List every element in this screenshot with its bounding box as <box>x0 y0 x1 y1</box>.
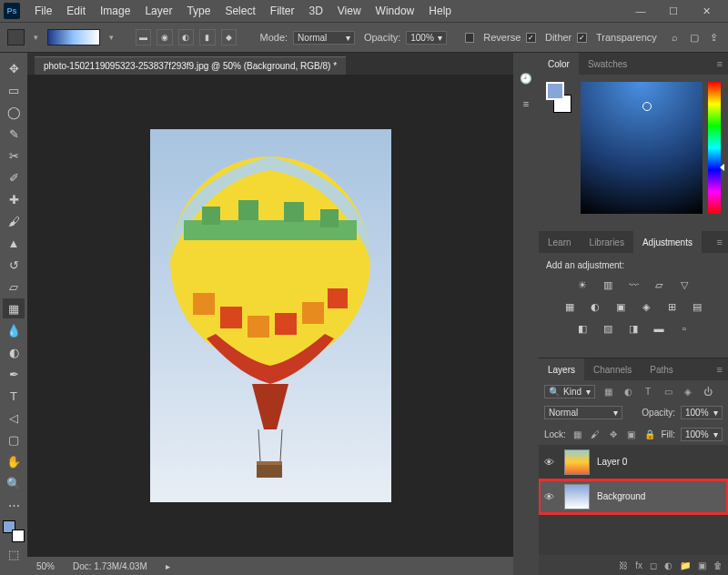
tab-learn[interactable]: Learn <box>539 231 581 253</box>
edit-toolbar[interactable]: ⋯ <box>3 495 25 515</box>
fill-dropdown[interactable]: 100%▾ <box>681 428 723 441</box>
layer-thumbnail[interactable] <box>564 449 590 475</box>
layer-item[interactable]: 👁 Layer 0 <box>539 445 728 479</box>
tab-layers[interactable]: Layers <box>539 358 584 380</box>
blur-tool[interactable]: 💧 <box>3 320 25 340</box>
gradient-diamond[interactable]: ◆ <box>221 29 237 45</box>
tool-preset-dropdown[interactable]: ▾ <box>30 33 42 42</box>
gradient-angle[interactable]: ◐ <box>178 29 194 45</box>
tab-swatches[interactable]: Swatches <box>579 53 636 75</box>
adj-vibrance-icon[interactable]: ▽ <box>676 277 693 292</box>
adj-photo-filter-icon[interactable]: ▣ <box>612 299 629 314</box>
marquee-tool[interactable]: ▭ <box>3 80 25 100</box>
filter-smart-icon[interactable]: ◈ <box>681 384 695 398</box>
minimize-button[interactable]: — <box>630 4 652 18</box>
menu-file[interactable]: File <box>27 5 59 17</box>
color-swatches[interactable] <box>3 520 25 542</box>
adj-more-icon[interactable]: ▤ <box>689 299 705 314</box>
lock-pixels-icon[interactable]: 🖌 <box>590 427 602 441</box>
menu-layer[interactable]: Layer <box>137 5 179 17</box>
menu-type[interactable]: Type <box>179 5 217 17</box>
gradient-radial[interactable]: ◉ <box>157 29 172 45</box>
gradient-preview[interactable] <box>47 29 100 45</box>
adj-invert-icon[interactable]: ◧ <box>574 321 591 336</box>
rectangle-tool[interactable]: ▢ <box>3 429 25 449</box>
menu-filter[interactable]: Filter <box>263 5 302 17</box>
delete-layer-icon[interactable]: 🗑 <box>713 560 723 570</box>
crop-tool[interactable]: ✂ <box>3 146 25 166</box>
menu-image[interactable]: Image <box>93 5 137 17</box>
color-panel-menu[interactable]: ≡ <box>712 58 728 69</box>
doc-size[interactable]: Doc: 1.73M/4.03M <box>73 561 147 571</box>
layer-name[interactable]: Layer 0 <box>597 457 627 467</box>
new-layer-icon[interactable]: ▣ <box>698 560 706 570</box>
filter-shape-icon[interactable]: ▭ <box>661 384 675 398</box>
transparency-checkbox[interactable] <box>577 33 587 43</box>
workspace-icon[interactable]: ▢ <box>687 30 701 45</box>
opacity-dropdown[interactable]: 100%▾ <box>406 31 447 45</box>
viewport[interactable] <box>27 75 513 557</box>
new-group-icon[interactable]: 📁 <box>680 560 691 570</box>
filter-adjustment-icon[interactable]: ◐ <box>621 384 635 398</box>
adj-color-lookup-icon[interactable]: ⊞ <box>663 299 680 314</box>
adj-posterize-icon[interactable]: ▨ <box>600 321 616 336</box>
adj-curves-icon[interactable]: 〰 <box>625 277 642 292</box>
adj-selective-icon[interactable]: ▫ <box>676 321 693 336</box>
tab-channels[interactable]: Channels <box>584 358 641 380</box>
tab-color[interactable]: Color <box>539 53 579 75</box>
filter-pixel-icon[interactable]: ▦ <box>601 384 615 398</box>
path-select-tool[interactable]: ◁ <box>3 408 25 428</box>
history-icon[interactable]: 🕘 <box>519 71 533 86</box>
lock-artboard-icon[interactable]: ▣ <box>625 427 638 441</box>
gradient-picker-dropdown[interactable]: ▾ <box>106 33 117 42</box>
eraser-tool[interactable]: ▱ <box>3 277 25 297</box>
move-tool[interactable]: ✥ <box>3 58 25 78</box>
link-layers-icon[interactable]: ⛓ <box>619 560 628 570</box>
adj-threshold-icon[interactable]: ◨ <box>625 321 642 336</box>
filter-type-icon[interactable]: T <box>641 384 655 398</box>
share-icon[interactable]: ⇪ <box>707 30 721 45</box>
zoom-tool[interactable]: 🔍 <box>3 473 25 493</box>
menu-select[interactable]: Select <box>217 5 262 17</box>
lock-transparent-icon[interactable]: ▦ <box>571 427 584 441</box>
healing-tool[interactable]: ✚ <box>3 189 25 209</box>
zoom-level[interactable]: 50% <box>36 561 55 571</box>
dither-checkbox[interactable] <box>526 33 536 43</box>
gradient-linear[interactable]: ▬ <box>136 29 151 45</box>
adj-bw-icon[interactable]: ◐ <box>587 299 603 314</box>
gradient-reflected[interactable]: ▮ <box>199 29 215 45</box>
adj-hue-icon[interactable]: ▦ <box>561 299 578 314</box>
layer-style-icon[interactable]: fx <box>635 560 642 570</box>
blend-mode-dropdown[interactable]: Normal▾ <box>544 406 622 419</box>
tool-preset[interactable] <box>7 29 25 45</box>
type-tool[interactable]: T <box>3 386 25 406</box>
new-fill-icon[interactable]: ◐ <box>664 560 672 570</box>
hand-tool[interactable]: ✋ <box>3 451 25 471</box>
adj-channel-mixer-icon[interactable]: ◈ <box>638 299 654 314</box>
hue-slider[interactable] <box>708 82 721 214</box>
mode-dropdown[interactable]: Normal▾ <box>293 31 355 45</box>
tab-adjustments[interactable]: Adjustments <box>633 231 702 253</box>
visibility-icon[interactable]: 👁 <box>544 491 557 502</box>
adj-brightness-icon[interactable]: ☀ <box>574 277 591 292</box>
reverse-checkbox[interactable] <box>465 33 475 43</box>
layer-thumbnail[interactable] <box>564 484 590 509</box>
quick-select-tool[interactable]: ✎ <box>3 124 25 144</box>
tab-libraries[interactable]: Libraries <box>581 231 633 253</box>
properties-icon[interactable]: ≡ <box>519 96 533 111</box>
menu-edit[interactable]: Edit <box>59 5 93 17</box>
close-button[interactable]: ✕ <box>695 4 717 18</box>
pen-tool[interactable]: ✒ <box>3 364 25 384</box>
history-brush-tool[interactable]: ↺ <box>3 255 25 275</box>
visibility-icon[interactable]: 👁 <box>544 457 557 468</box>
foreground-swatch[interactable] <box>546 82 564 100</box>
adj-gradient-map-icon[interactable]: ▬ <box>651 321 667 336</box>
dodge-tool[interactable]: ◐ <box>3 342 25 362</box>
status-arrow-icon[interactable]: ▸ <box>166 561 170 571</box>
stamp-tool[interactable]: ▲ <box>3 233 25 253</box>
lock-position-icon[interactable]: ✥ <box>607 427 620 441</box>
filter-toggle[interactable]: ⏻ <box>701 384 715 398</box>
gradient-tool[interactable]: ▦ <box>3 298 25 318</box>
search-icon[interactable]: ⌕ <box>668 30 682 45</box>
menu-help[interactable]: Help <box>421 5 459 17</box>
